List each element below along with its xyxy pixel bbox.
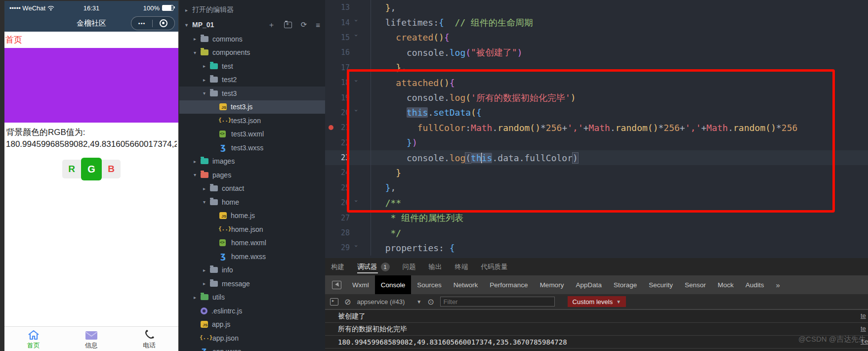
tree-item-home[interactable]: home: [179, 195, 325, 209]
open-editors-section[interactable]: 打开的编辑器: [179, 2, 325, 17]
code-line-21[interactable]: 21 fullColor:Math.random()*256+','+Math.…: [325, 120, 868, 135]
gutter[interactable]: 28: [325, 225, 371, 240]
filter-input[interactable]: [440, 297, 555, 307]
code-text[interactable]: created(){: [371, 30, 868, 45]
tree-item-home.wxml[interactable]: home.wxml: [179, 236, 325, 250]
code-text[interactable]: },: [371, 60, 868, 75]
eye-icon[interactable]: ⊙: [427, 297, 434, 307]
code-line-16[interactable]: 16 console.log("被创建了"): [325, 45, 868, 60]
gutter[interactable]: 17: [325, 60, 371, 75]
panel-tab-输出[interactable]: 输出: [429, 258, 442, 275]
code-text[interactable]: */: [371, 225, 868, 240]
g-button[interactable]: G: [81, 158, 102, 180]
code-line-26[interactable]: 26› /**: [325, 195, 868, 210]
code-line-22[interactable]: 22 }): [325, 135, 868, 150]
gutter[interactable]: 22: [325, 135, 371, 150]
code-text[interactable]: fullColor:Math.random()*256+','+Math.ran…: [371, 120, 868, 135]
chevron-right-icon[interactable]: [194, 36, 201, 42]
devtools-tab-appdata[interactable]: AppData: [570, 275, 608, 294]
chevron-right-icon[interactable]: [203, 77, 210, 83]
inspect-element-icon[interactable]: [332, 281, 341, 289]
code-line-17[interactable]: 17 },: [325, 60, 868, 75]
chevron-down-icon[interactable]: [203, 199, 210, 205]
tree-item-info[interactable]: info: [179, 263, 325, 277]
devtools-tab-console[interactable]: Console: [375, 275, 412, 294]
chevron-right-icon[interactable]: [203, 186, 210, 191]
gutter[interactable]: 24: [325, 165, 371, 180]
project-root-row[interactable]: MP_01 ＋ ⟳ ≡: [179, 17, 325, 32]
tab-overflow-icon[interactable]: »: [776, 281, 780, 289]
code-text[interactable]: console.log('所有的数据初始化完毕'): [371, 90, 868, 105]
new-file-icon[interactable]: ＋: [268, 20, 275, 30]
code-text[interactable]: }: [371, 165, 868, 180]
devtools-tab-memory[interactable]: Memory: [534, 275, 570, 294]
tree-item-app.js[interactable]: app.js: [179, 318, 325, 332]
chevron-down-icon[interactable]: [194, 50, 201, 55]
code-line-28[interactable]: 28 */: [325, 225, 868, 240]
chevron-right-icon[interactable]: [194, 159, 201, 164]
code-line-19[interactable]: 19 console.log('所有的数据初始化完毕'): [325, 90, 868, 105]
tree-item-pages[interactable]: pages: [179, 168, 325, 182]
custom-levels-button[interactable]: Custom levels ▼: [568, 296, 626, 307]
tree-item-contact[interactable]: contact: [179, 182, 325, 196]
fold-chevron-icon[interactable]: ›: [353, 34, 360, 42]
devtools-tab-sources[interactable]: Sources: [411, 275, 448, 294]
code-text[interactable]: lifetimes:{ // 组件的生命周期: [371, 15, 868, 30]
source-link[interactable]: te: [861, 325, 868, 332]
code-line-23[interactable]: 23 console.log(this.data.fullColor): [325, 150, 868, 165]
gutter[interactable]: 21: [325, 120, 371, 135]
code-line-13[interactable]: 13 },: [325, 0, 868, 15]
tree-item-app.wxss[interactable]: app.wxss: [179, 345, 325, 351]
tree-item-test3.wxml[interactable]: test3.wxml: [179, 128, 325, 141]
code-line-18[interactable]: 18› attached(){: [325, 75, 868, 90]
gutter[interactable]: 19: [325, 90, 371, 105]
gutter[interactable]: 20›: [325, 105, 371, 120]
gutter[interactable]: 27: [325, 210, 371, 225]
gutter[interactable]: 29›: [325, 240, 371, 255]
panel-tab-调试器[interactable]: 调试器1: [357, 258, 390, 275]
code-text[interactable]: console.log("被创建了"): [371, 45, 868, 60]
b-button[interactable]: B: [102, 160, 121, 178]
tree-item-test3.js[interactable]: test3.js: [179, 100, 325, 114]
tree-item-.eslintrc.js[interactable]: .eslintrc.js: [179, 304, 325, 318]
gutter[interactable]: 23: [325, 150, 371, 165]
more-icon[interactable]: •••: [138, 20, 146, 26]
tree-item-test2[interactable]: test2: [179, 73, 325, 87]
code-editor[interactable]: 13 },14› lifetimes:{ // 组件的生命周期15› creat…: [325, 0, 868, 258]
execution-context-select[interactable]: appservice (#43) ▼: [357, 298, 421, 306]
devtools-tab-network[interactable]: Network: [448, 275, 484, 294]
devtools-tab-storage[interactable]: Storage: [608, 275, 643, 294]
devtools-tab-mock[interactable]: Mock: [712, 275, 740, 294]
tree-item-test[interactable]: test: [179, 59, 325, 73]
chevron-right-icon[interactable]: [203, 63, 210, 69]
code-line-20[interactable]: 20› this.setData({: [325, 105, 868, 120]
gutter[interactable]: 26›: [325, 195, 371, 210]
chevron-right-icon[interactable]: [194, 295, 201, 300]
gutter[interactable]: 15›: [325, 30, 371, 45]
tree-item-home.js[interactable]: home.js: [179, 209, 325, 223]
panel-tab-代码质量[interactable]: 代码质量: [481, 258, 508, 275]
tabbar-item-phone[interactable]: 电话: [121, 327, 178, 351]
r-button[interactable]: R: [62, 160, 81, 178]
code-text[interactable]: /**: [371, 195, 868, 210]
tree-item-components[interactable]: components: [179, 46, 325, 60]
code-line-29[interactable]: 29› properties: {: [325, 240, 868, 255]
tree-item-commons[interactable]: commons: [179, 32, 325, 46]
tree-item-home.wxss[interactable]: home.wxss: [179, 250, 325, 263]
devtools-tab-performance[interactable]: Performance: [484, 275, 534, 294]
code-text[interactable]: console.log(this.data.fullColor): [371, 150, 868, 165]
source-link[interactable]: te: [861, 312, 868, 319]
code-line-24[interactable]: 24 }: [325, 165, 868, 180]
devtools-tab-sensor[interactable]: Sensor: [679, 275, 712, 294]
gutter[interactable]: 16: [325, 45, 371, 60]
code-line-25[interactable]: 25 },: [325, 180, 868, 195]
code-line-27[interactable]: 27 * 组件的属性列表: [325, 210, 868, 225]
collapse-all-icon[interactable]: ≡: [316, 21, 320, 29]
code-text[interactable]: }): [371, 135, 868, 150]
fold-chevron-icon[interactable]: ›: [353, 19, 360, 27]
code-text[interactable]: },: [371, 0, 868, 15]
panel-tab-终端[interactable]: 终端: [455, 258, 468, 275]
gutter[interactable]: 25: [325, 180, 371, 195]
gutter[interactable]: 14›: [325, 15, 371, 30]
fold-chevron-icon[interactable]: ›: [353, 199, 360, 207]
